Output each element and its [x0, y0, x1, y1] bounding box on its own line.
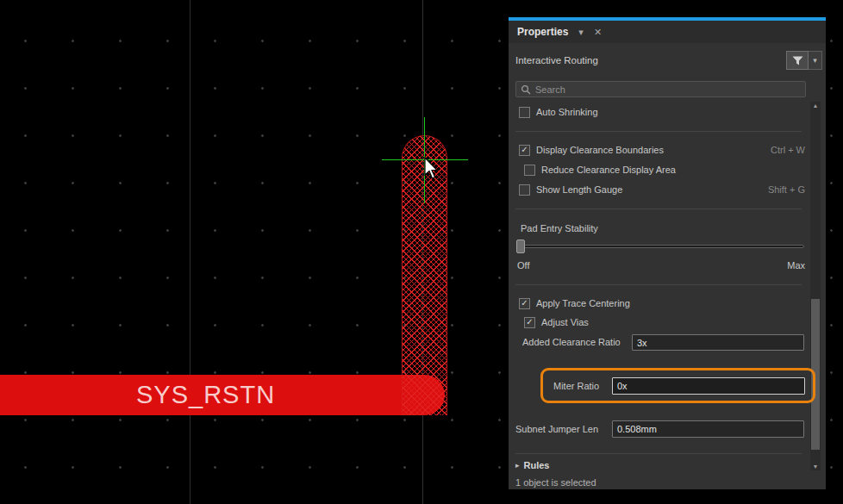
slider-label: Pad Entry Stability	[521, 223, 598, 233]
checkbox-display-clearance-boundaries[interactable]	[519, 145, 530, 156]
search-box[interactable]	[515, 81, 806, 97]
net-trace[interactable]: SYS_RSTN	[0, 375, 445, 415]
divider	[515, 453, 802, 454]
rules-section-header[interactable]: ▸ Rules	[515, 460, 550, 470]
pad-entry-stability-row: Pad Entry Stability	[521, 221, 805, 235]
toggle-label: Reduce Clearance Display Area	[541, 165, 676, 175]
toggle-label: Display Clearance Boundaries	[536, 145, 664, 155]
toggle-adjust-vias[interactable]: Adjust Vias	[524, 315, 805, 329]
grid-line	[190, 0, 190, 504]
filter-button[interactable]	[786, 51, 809, 70]
panel-title: Properties	[517, 26, 568, 38]
mouse-cursor-icon	[423, 157, 440, 181]
slider-max-label: Max	[787, 260, 805, 271]
toggle-show-length-gauge[interactable]: Show Length Gauge Shift + G	[519, 183, 805, 196]
slider-range-labels: Off Max	[517, 258, 805, 272]
funnel-icon	[792, 56, 803, 65]
subnet-jumper-len-input[interactable]	[612, 420, 804, 438]
checkbox-adjust-vias[interactable]	[524, 317, 535, 328]
scroll-down-icon[interactable]: ▼	[810, 464, 821, 470]
pcb-editor-screen: SYS_RSTN Properties ▾ ✕ Interactive Rout…	[0, 0, 843, 504]
divider	[515, 131, 802, 132]
panel-mode-label: Interactive Routing	[515, 55, 598, 65]
added-clearance-ratio-input[interactable]	[632, 334, 804, 351]
field-label: Added Clearance Ratio	[522, 337, 621, 347]
toggle-label: Adjust Vias	[541, 317, 589, 327]
toggle-reduce-clearance-display-area[interactable]: Reduce Clearance Display Area	[524, 163, 805, 177]
scrollbar-thumb[interactable]	[811, 299, 820, 450]
checkbox-apply-trace-centering[interactable]	[519, 298, 530, 309]
mode-row: Interactive Routing ▾	[515, 50, 822, 71]
field-label: Subnet Jumper Len	[515, 424, 598, 434]
net-name-label: SYS_RSTN	[0, 381, 275, 409]
toggle-label: Show Length Gauge	[536, 184, 622, 195]
checkbox-auto-shrinking[interactable]	[519, 107, 530, 118]
checkbox-reduce-clearance-display-area[interactable]	[524, 165, 535, 176]
filter-dropdown-button[interactable]: ▾	[809, 51, 822, 70]
toggle-label: Apply Trace Centering	[536, 298, 630, 308]
slider-min-label: Off	[517, 260, 529, 271]
shortcut-label: Ctrl + W	[771, 145, 805, 155]
divider	[515, 208, 802, 209]
search-icon	[521, 84, 531, 95]
checkbox-show-length-gauge[interactable]	[519, 184, 530, 196]
properties-panel: Properties ▾ ✕ Interactive Routing ▾	[509, 17, 826, 489]
close-icon[interactable]: ✕	[594, 27, 602, 38]
panel-header: Properties ▾ ✕	[509, 21, 826, 43]
pad-entry-slider-track[interactable]	[517, 245, 804, 248]
shortcut-label: Shift + G	[768, 184, 805, 195]
selection-status: 1 object is selected	[515, 477, 596, 488]
panel-scrollbar[interactable]: ▲ ▼	[810, 102, 821, 470]
pad-entry-slider-thumb[interactable]	[516, 240, 525, 253]
miter-ratio-input[interactable]	[612, 377, 805, 395]
rules-section-label: Rules	[524, 460, 550, 470]
divider	[515, 284, 802, 285]
panel-menu-icon[interactable]: ▾	[578, 27, 584, 38]
toggle-label: Auto Shrinking	[536, 107, 598, 117]
filter-group: ▾	[786, 51, 822, 70]
toggle-display-clearance-boundaries[interactable]: Display Clearance Boundaries Ctrl + W	[519, 143, 805, 157]
search-input[interactable]	[535, 84, 801, 95]
toggle-apply-trace-centering[interactable]: Apply Trace Centering	[519, 296, 805, 310]
toggle-auto-shrinking[interactable]: Auto Shrinking	[519, 105, 805, 119]
scroll-up-icon[interactable]: ▲	[810, 103, 821, 109]
field-label: Miter Ratio	[553, 381, 599, 391]
chevron-right-icon: ▸	[515, 461, 520, 470]
